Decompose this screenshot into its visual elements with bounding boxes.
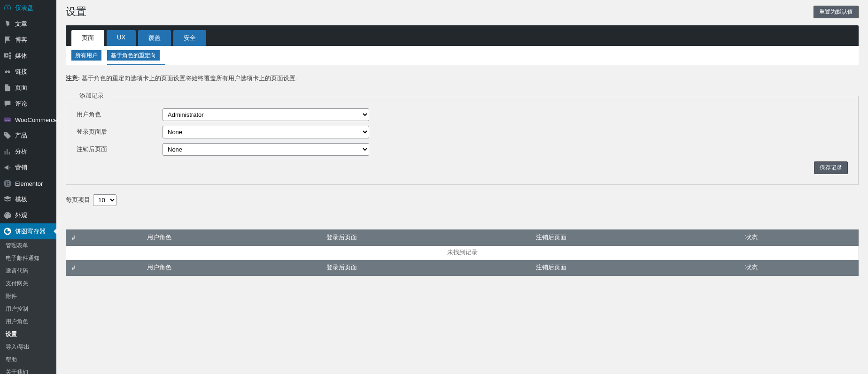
table-empty-message: 未找到记录 [66, 246, 859, 260]
comment-icon [3, 99, 12, 108]
sidebar-label: 饼图寄存器 [15, 227, 46, 236]
sidebar-item-media[interactable]: 媒体 [0, 48, 56, 64]
sidebar-item-products[interactable]: 产品 [0, 128, 56, 144]
flag-icon [3, 35, 12, 45]
label-user-role: 用户角色 [77, 111, 163, 119]
sidebar-item-elementor[interactable]: Elementor [0, 176, 56, 191]
sidebar-label: Elementor [15, 180, 43, 187]
sidebar-item-pieregister[interactable]: 饼图寄存器 [0, 223, 56, 239]
notice-bold: 注意: [66, 75, 80, 82]
media-icon [3, 51, 12, 61]
subtab-all-users[interactable]: 所有用户 [71, 50, 101, 61]
tabs-container: 页面 UX 覆盖 安全 [66, 25, 859, 46]
add-record-fieldset: 添加记录 用户角色 Administrator 登录页面后 None 注销后页面… [66, 92, 859, 185]
page-icon [3, 83, 12, 92]
svg-rect-5 [8, 183, 9, 184]
woo-icon: woo [3, 115, 12, 124]
tf-index: # [66, 260, 141, 276]
sidebar-label: 营销 [15, 163, 27, 172]
sidebar-label: 页面 [15, 84, 27, 92]
appearance-icon [3, 211, 12, 220]
admin-sidebar: 仪表盘 文章 博客 媒体 链接 页面 评论 woo WooCommerce [0, 0, 56, 374]
tab-pages[interactable]: 页面 [71, 30, 104, 46]
marketing-icon [3, 163, 12, 172]
svg-rect-4 [8, 182, 9, 183]
th-index[interactable]: # [66, 230, 141, 246]
submenu-email-notify[interactable]: 电子邮件通知 [0, 252, 56, 265]
link-icon [3, 67, 12, 76]
tf-login-page: 登录后页面 [320, 260, 530, 276]
submenu-about[interactable]: 关于我们 [0, 366, 56, 374]
sidebar-label: 分析 [15, 147, 27, 156]
save-record-button[interactable]: 保存记录 [814, 161, 848, 174]
pin-icon [3, 19, 12, 29]
sidebar-item-appearance[interactable]: 外观 [0, 207, 56, 223]
sidebar-label: 产品 [15, 131, 27, 140]
sidebar-item-marketing[interactable]: 营销 [0, 160, 56, 176]
submenu-payment-gateway[interactable]: 支付网关 [0, 277, 56, 290]
records-table: # 用户角色 登录后页面 注销后页面 状态 未找到记录 # 用户角色 登录后页面 [66, 229, 859, 276]
submenu-help[interactable]: 帮助 [0, 353, 56, 366]
select-after-logout[interactable]: None [163, 143, 369, 156]
sidebar-label: 模板 [15, 195, 27, 204]
elementor-icon [3, 179, 12, 188]
tf-role: 用户角色 [141, 260, 321, 276]
submenu-import-export[interactable]: 导入/导出 [0, 341, 56, 353]
select-user-role[interactable]: Administrator [163, 108, 369, 121]
svg-text:woo: woo [5, 119, 10, 122]
submenu-attachments[interactable]: 附件 [0, 290, 56, 303]
notice-body: 基于角色的重定向选项卡上的页面设置将始终覆盖所有用户选项卡上的页面设置. [80, 75, 297, 82]
sidebar-label: 仪表盘 [15, 4, 33, 12]
template-icon [3, 195, 12, 204]
sidebar-item-templates[interactable]: 模板 [0, 191, 56, 207]
select-after-login[interactable]: None [163, 126, 369, 138]
items-per-label: 每页项目 [66, 196, 90, 204]
sidebar-label: 媒体 [15, 52, 27, 60]
submenu-invitation-codes[interactable]: 邀请代码 [0, 265, 56, 277]
subtab-role-redirect[interactable]: 基于角色的重定向 [107, 50, 160, 61]
sidebar-item-comments[interactable]: 评论 [0, 96, 56, 112]
pie-icon [3, 227, 12, 236]
sidebar-item-woocommerce[interactable]: woo WooCommerce [0, 112, 56, 128]
sidebar-item-links[interactable]: 链接 [0, 64, 56, 80]
tf-status: 状态 [740, 260, 859, 276]
label-after-login: 登录页面后 [77, 128, 163, 136]
fieldset-legend: 添加记录 [77, 92, 107, 100]
sidebar-item-posts[interactable]: 文章 [0, 16, 56, 32]
page-title: 设置 [66, 5, 86, 19]
submenu-manage-forms[interactable]: 管理表单 [0, 239, 56, 252]
svg-rect-6 [8, 185, 9, 186]
tab-override[interactable]: 覆盖 [138, 30, 171, 46]
tab-ux[interactable]: UX [107, 30, 136, 46]
sidebar-label: 评论 [15, 99, 27, 108]
notice-text: 注意: 基于角色的重定向选项卡上的页面设置将始终覆盖所有用户选项卡上的页面设置. [66, 75, 859, 83]
sidebar-item-pages[interactable]: 页面 [0, 80, 56, 96]
th-login-page[interactable]: 登录后页面 [320, 230, 530, 246]
items-per-select[interactable]: 10 [93, 194, 116, 206]
th-status[interactable]: 状态 [740, 230, 859, 246]
submenu-user-control[interactable]: 用户控制 [0, 303, 56, 315]
sidebar-label: 文章 [15, 20, 27, 28]
sidebar-label: WooCommerce [15, 116, 57, 123]
th-logout-page[interactable]: 注销后页面 [530, 230, 739, 246]
th-role[interactable]: 用户角色 [141, 230, 321, 246]
product-icon [3, 131, 12, 140]
dashboard-icon [3, 3, 12, 13]
tab-security[interactable]: 安全 [173, 30, 206, 46]
tf-logout-page: 注销后页面 [530, 260, 739, 276]
sidebar-item-dashboard[interactable]: 仪表盘 [0, 0, 56, 16]
reset-defaults-button[interactable]: 重置为默认值 [814, 6, 859, 18]
svg-rect-3 [6, 182, 7, 186]
submenu-settings[interactable]: 设置 [0, 328, 56, 341]
submenu-user-roles[interactable]: 用户角色 [0, 315, 56, 328]
sidebar-label: 链接 [15, 68, 27, 76]
sidebar-label: 博客 [15, 36, 27, 44]
sidebar-item-blog[interactable]: 博客 [0, 32, 56, 48]
subtabs-container: 所有用户 基于角色的重定向 [66, 46, 859, 65]
analytics-icon [3, 147, 12, 156]
sidebar-item-analytics[interactable]: 分析 [0, 144, 56, 160]
sidebar-label: 外观 [15, 211, 27, 220]
sidebar-submenu: 管理表单 电子邮件通知 邀请代码 支付网关 附件 用户控制 用户角色 设置 导入… [0, 239, 56, 374]
label-after-logout: 注销后页面 [77, 145, 163, 153]
main-content: 设置 重置为默认值 页面 UX 覆盖 安全 所有用户 基于角色的重定向 注意: … [56, 0, 868, 374]
